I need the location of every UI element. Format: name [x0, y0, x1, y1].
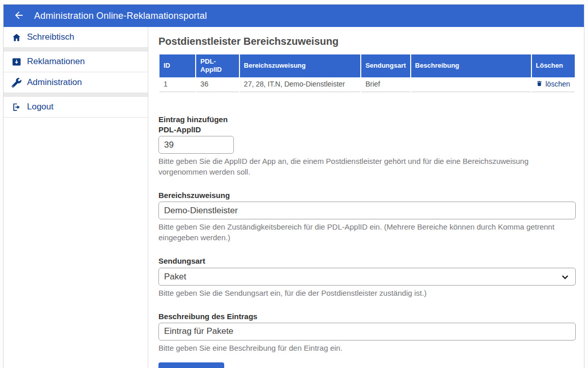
- field-sendungsart: Sendungsart Paket Bitte geben Sie die Se…: [158, 256, 576, 298]
- inbox-icon: [12, 57, 21, 67]
- beschreibung-hint: Bitte geben Sie eine Beschreibung für de…: [158, 343, 576, 353]
- delete-row-link[interactable]: löschen: [536, 80, 570, 89]
- pdl-applid-input[interactable]: [158, 136, 234, 154]
- wrench-icon: [12, 78, 21, 88]
- sidebar-item-reklamationen[interactable]: Reklamationen: [4, 51, 148, 72]
- add-entry-form: Eintrag hinzufügen PDL-ApplID Bitte gebe…: [158, 115, 576, 368]
- bereichszuweisung-input[interactable]: [158, 202, 576, 219]
- field-pdl-applid: PDL-ApplID Bitte geben Sie die ApplID de…: [158, 125, 576, 177]
- column-header-loeschen: Löschen: [532, 54, 575, 77]
- sidebar-item-schreibtisch[interactable]: Schreibtisch: [4, 27, 148, 48]
- field-beschreibung: Beschreibung des Eintrags Bitte geben Si…: [158, 312, 576, 353]
- assignment-table: ID PDL-ApplID Bereichszuweisung Sendungs…: [158, 54, 576, 92]
- trash-icon: [536, 80, 543, 89]
- sidebar: Schreibtisch Reklamationen Administratio…: [4, 27, 148, 368]
- sidebar-divider: [4, 93, 148, 97]
- cell-sendungsart: Brief: [361, 77, 410, 92]
- column-header-sendungsart: Sendungsart: [361, 54, 410, 77]
- cell-loeschen: löschen: [532, 77, 575, 92]
- app-title: Administration Online-Reklamationsportal: [34, 11, 207, 21]
- cell-beschreibung: [411, 77, 531, 92]
- sidebar-divider: [4, 48, 148, 51]
- pdl-applid-hint: Bitte geben Sie die ApplID der App an, d…: [158, 156, 576, 177]
- column-header-pdl-applid: PDL-ApplID: [196, 54, 238, 77]
- column-header-beschreibung: Beschreibung: [411, 54, 531, 77]
- form-title: Eintrag hinzufügen: [158, 115, 576, 125]
- back-button[interactable]: [12, 9, 26, 23]
- beschreibung-label: Beschreibung des Eintrags: [158, 312, 576, 322]
- app-window: Administration Online-Reklamationsportal…: [3, 4, 584, 368]
- logout-icon: [12, 102, 21, 112]
- anlegen-button[interactable]: anlegen: [158, 362, 224, 368]
- home-icon: [12, 33, 21, 42]
- cell-bereichszuweisung: 27, 28, IT.N, Demo-Dienstleister: [240, 77, 361, 92]
- table-header-row: ID PDL-ApplID Bereichszuweisung Sendungs…: [159, 54, 575, 77]
- sidebar-item-administration[interactable]: Administration: [4, 72, 148, 93]
- main-content: Postdienstleister Bereichszuweisung ID P…: [148, 27, 584, 368]
- page-title: Postdienstleister Bereichszuweisung: [158, 36, 576, 47]
- column-header-id: ID: [159, 54, 195, 77]
- top-header-bar: Administration Online-Reklamationsportal: [4, 5, 584, 27]
- cell-pdl-applid: 36: [196, 77, 238, 92]
- sidebar-item-label: Logout: [27, 102, 54, 112]
- sidebar-item-logout[interactable]: Logout: [4, 97, 148, 118]
- table-row: 1 36 27, 28, IT.N, Demo-Dienstleister Br…: [159, 77, 575, 92]
- sendungsart-hint: Bitte geben Sie die Sendungsart ein, für…: [158, 288, 576, 298]
- pdl-applid-label: PDL-ApplID: [158, 125, 576, 135]
- cell-id: 1: [159, 77, 195, 92]
- sidebar-item-label: Administration: [27, 77, 82, 88]
- beschreibung-input[interactable]: [158, 323, 576, 341]
- arrow-left-icon: [13, 10, 24, 22]
- field-bereichszuweisung: Bereichszuweisung Bitte geben Sie den Zu…: [158, 190, 576, 243]
- column-header-bereichszuweisung: Bereichszuweisung: [240, 54, 361, 77]
- delete-row-label: löschen: [546, 80, 570, 88]
- sidebar-item-label: Reklamationen: [27, 56, 85, 67]
- sendungsart-label: Sendungsart: [158, 256, 576, 266]
- bereichszuweisung-label: Bereichszuweisung: [158, 190, 576, 201]
- sidebar-item-label: Schreibtisch: [27, 32, 74, 42]
- sendungsart-select[interactable]: Paket: [158, 268, 576, 286]
- bereichszuweisung-hint: Bitte geben Sie den Zuständigkeitsbereic…: [158, 221, 576, 243]
